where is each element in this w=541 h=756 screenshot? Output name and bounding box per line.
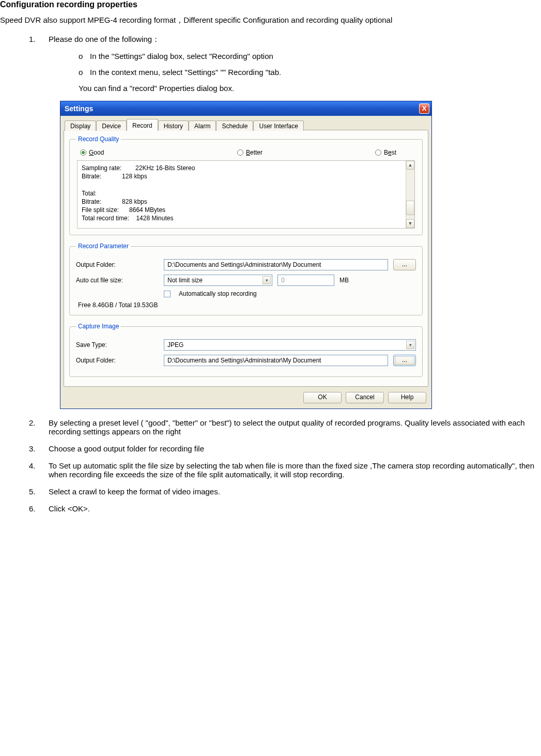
step-1-sub-1: In the "Settings" dialog box, select "Re… — [90, 52, 273, 61]
radio-good-label: Good — [89, 149, 104, 156]
tab-user-interface[interactable]: User Interface — [253, 120, 303, 131]
list-number: 3. — [29, 444, 36, 453]
save-type-label: Save Type: — [76, 341, 159, 349]
page-title: Configuration recording properties — [0, 0, 541, 9]
tab-alarm[interactable]: Alarm — [189, 120, 216, 131]
step-2-text: By selecting a preset level ( "good", "b… — [49, 418, 525, 436]
chevron-down-icon[interactable]: ▾ — [406, 341, 414, 349]
legend-record-quality: Record Quality — [76, 135, 121, 143]
scroll-thumb[interactable] — [406, 201, 414, 215]
auto-cut-select[interactable]: Not limit size ▾ — [164, 275, 272, 286]
browse-button[interactable]: ... — [393, 259, 416, 270]
capture-output-input[interactable] — [164, 355, 388, 366]
dialog-button-bar: OK Cancel Help — [64, 387, 428, 404]
step-6-text: Click <OK>. — [49, 504, 90, 513]
save-type-select[interactable]: JPEG ▾ — [164, 339, 416, 351]
radio-good[interactable] — [80, 149, 86, 156]
tab-display[interactable]: Display — [65, 120, 96, 131]
step-4-text: To Set up automatic split the file size … — [49, 461, 534, 479]
radio-better-label: Better — [246, 149, 262, 156]
capture-browse-button[interactable]: ... — [393, 355, 416, 366]
list-number: 6. — [29, 504, 36, 513]
output-folder-label: Output Folder: — [76, 261, 159, 268]
list-number: 2. — [29, 418, 36, 427]
auto-cut-unit: MB — [339, 277, 360, 284]
tab-history[interactable]: History — [158, 120, 189, 131]
step-1-sub-2: In the context menu, select "Settings" "… — [90, 68, 281, 77]
dialog-title: Settings — [65, 104, 93, 113]
legend-record-parameter: Record Parameter — [76, 243, 131, 250]
intro-text: Speed DVR also support MPEG-4 recording … — [0, 16, 541, 25]
group-capture-image: Capture Image Save Type: JPEG ▾ Output F… — [69, 323, 423, 377]
auto-stop-checkbox[interactable] — [164, 291, 171, 297]
tab-record[interactable]: Record — [127, 119, 158, 131]
group-record-parameter: Record Parameter Output Folder: ... Auto… — [69, 243, 423, 315]
step-3-text: Choose a good output folder for recordin… — [49, 444, 204, 453]
scroll-up-icon[interactable]: ▲ — [406, 161, 414, 170]
disk-free-text: Free 8.46GB / Total 19.53GB — [78, 301, 416, 309]
chevron-down-icon[interactable]: ▾ — [262, 276, 271, 284]
output-folder-input[interactable] — [164, 259, 388, 270]
bullet-o: o — [79, 52, 83, 61]
list-number: 5. — [29, 487, 36, 496]
step-1-text: Please do one of the following： — [49, 35, 160, 43]
settings-dialog: Settings X Display Device Record History… — [60, 101, 432, 409]
auto-stop-label: Automatically stop recording — [179, 290, 257, 297]
group-record-quality: Record Quality Good Better Best — [69, 135, 423, 235]
save-type-value: JPEG — [167, 341, 183, 349]
capture-output-label: Output Folder: — [76, 357, 159, 364]
ok-button[interactable]: OK — [303, 392, 342, 403]
list-number: 4. — [29, 461, 36, 470]
radio-best[interactable] — [375, 149, 381, 156]
tab-device[interactable]: Device — [96, 120, 127, 131]
list-number: 1. — [29, 35, 36, 43]
radio-best-label: Best — [384, 149, 396, 156]
scroll-down-icon[interactable]: ▼ — [406, 219, 414, 228]
step-5-text: Select a crawl to keep the format of vid… — [49, 487, 220, 496]
auto-cut-select-value: Not limit size — [167, 277, 203, 284]
cancel-button[interactable]: Cancel — [346, 392, 384, 403]
close-icon[interactable]: X — [419, 103, 429, 114]
dialog-titlebar: Settings X — [60, 101, 431, 116]
tab-panel: Record Quality Good Better Best — [64, 130, 428, 387]
bullet-o: o — [79, 68, 83, 77]
step-1-note: You can find a "record" Properties dialo… — [79, 84, 541, 93]
help-button[interactable]: Help — [388, 392, 426, 403]
legend-capture-image: Capture Image — [76, 323, 121, 330]
auto-cut-size-input — [277, 275, 334, 286]
tab-strip: Display Device Record History Alarm Sche… — [64, 119, 428, 130]
radio-better[interactable] — [237, 149, 243, 156]
auto-cut-label: Auto cut file size: — [76, 277, 159, 284]
scrollbar[interactable]: ▲ ▼ — [406, 161, 414, 228]
tab-schedule[interactable]: Schedule — [216, 120, 253, 131]
quality-info-box: Sampling rate: 22KHz 16-Bits Stereo Bitr… — [77, 160, 415, 229]
